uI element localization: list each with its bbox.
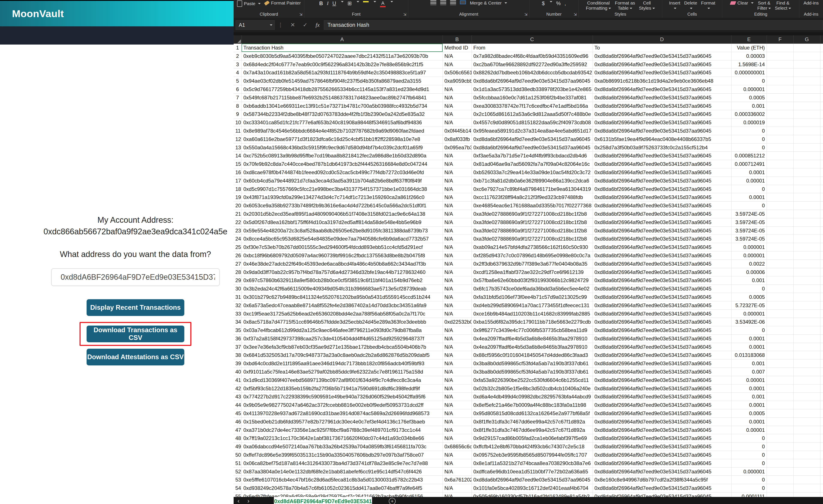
cell-F46[interactable] xyxy=(767,418,793,426)
row-number-14[interactable]: 14 xyxy=(233,152,241,160)
cell-H15[interactable] xyxy=(820,160,823,168)
cell-B35[interactable]: N/A xyxy=(443,326,472,334)
cell-E18[interactable]: 0 xyxy=(731,185,767,193)
cell-E35[interactable]: 0 xyxy=(731,326,767,334)
cell-C54[interactable]: 0x101fa0e5bca402893c16712def2401eaaf4b67… xyxy=(472,484,593,492)
cell-G54[interactable] xyxy=(793,484,820,492)
cell-B38[interactable]: N/A xyxy=(443,351,472,359)
cell-A9[interactable]: 0x587344b22334f2dbe8b48f732d0763783dde4f… xyxy=(241,110,443,118)
row-number-20[interactable]: 20 xyxy=(233,202,241,210)
cell-C52[interactable]: 0xdffca6e96db10eea1d511b0bf77e72b02a636a… xyxy=(472,467,593,476)
cell-E3[interactable]: 1.5698E-14 xyxy=(731,60,767,68)
cell-B1[interactable]: Method ID xyxy=(443,44,472,52)
cell-D46[interactable]: 0xd8da6bf26964af9d7eed9e03e53415d37aa960… xyxy=(593,418,731,426)
cell-D5[interactable]: 0xa0b86991c6218b36c1d19d4a2e9eb0ce3606eb… xyxy=(593,77,731,85)
cell-H31[interactable] xyxy=(820,293,823,301)
cell-E28[interactable]: 0.00006 xyxy=(731,268,767,276)
cell-D30[interactable]: 0xd8da6bf26964af9d7eed9e03e53415d37aa960… xyxy=(593,285,731,293)
cell-C24[interactable]: 0xa3fde027888690a9f1f272271008cd218bc1f2… xyxy=(472,235,593,243)
cell-D16[interactable]: 0xd8da6bf26964af9d7eed9e03e53415d37aa960… xyxy=(593,168,731,177)
cell-C50[interactable]: 0x095752eb3e9595fb8565d85079944fe05ffc17… xyxy=(472,451,593,459)
cell-H45[interactable] xyxy=(820,409,823,418)
cell-D15[interactable]: 0xd8da6bf26964af9d7eed9e03e53415d37aa960… xyxy=(593,160,731,168)
cell-A2[interactable]: 0xeb9c8030b5d9aa540395fbbe0507247022aaee… xyxy=(241,52,443,60)
cell-G18[interactable] xyxy=(793,185,820,193)
cell-C30[interactable]: 0x6fc17b35743ce0def6ada36bdd3a5b6ec5ee4e… xyxy=(472,285,593,293)
cell-G14[interactable] xyxy=(793,152,820,160)
cell-C41[interactable]: 0xfa53a9226390be2522cc530fd6604c6b1255cd… xyxy=(472,376,593,384)
cell-G16[interactable] xyxy=(793,168,820,177)
cell-E26[interactable]: 0.000001 xyxy=(731,251,767,260)
row-number-13[interactable]: 13 xyxy=(233,143,241,152)
cell-H30[interactable] xyxy=(820,285,823,293)
cell-B15[interactable]: N/A xyxy=(443,160,472,168)
row-number-54[interactable]: 54 xyxy=(233,484,241,492)
cell-B19[interactable]: N/A xyxy=(443,193,472,202)
row-number-37[interactable]: 37 xyxy=(233,343,241,351)
cell-E1[interactable]: Value (ETH) xyxy=(731,44,767,52)
cell-A28[interactable]: 0x9da0d3ff70ab22c957b7f4bd78a757d6a4d273… xyxy=(241,268,443,276)
tab-scroll-right-icon[interactable]: › xyxy=(243,497,253,504)
cell-C29[interactable]: 0x57fba6e62e60bbd03f2f931993066b12c98247… xyxy=(472,276,593,285)
cell-A33[interactable]: 0xc19f5eae31725a625b6ead2e65360208bdd4e2… xyxy=(241,309,443,318)
cell-E46[interactable]: 0.0001 xyxy=(731,418,767,426)
cell-H4[interactable] xyxy=(820,68,823,77)
cell-F14[interactable] xyxy=(767,152,793,160)
cell-B40[interactable]: N/A xyxy=(443,368,472,376)
cell-A47[interactable]: 0xa371b0dc27de4ec73356e1ac925f7f8bcf9a67… xyxy=(241,426,443,434)
cell-D21[interactable]: 0xd8da6bf26964af9d7eed9e03e53415d37aa960… xyxy=(593,210,731,218)
row-number-9[interactable]: 9 xyxy=(233,110,241,118)
cell-A42[interactable]: 0xf5bf93c5b122d1835eb159b2fa27f36b5b7194… xyxy=(241,384,443,393)
cell-F9[interactable] xyxy=(767,110,793,118)
cell-H26[interactable] xyxy=(820,251,823,260)
cell-F8[interactable] xyxy=(767,102,793,110)
cell-A10[interactable]: 0xc333401ca85d1fc21fc777e6af653b240c8190… xyxy=(241,118,443,127)
cell-F10[interactable] xyxy=(767,118,793,127)
cell-D10[interactable]: 0xd8da6bf26964af9d7eed9e03e53415d37aa960… xyxy=(593,118,731,127)
cell-C23[interactable]: 0xa3fde027888690a9f1f272271008cd218bc1f2… xyxy=(472,226,593,235)
row-number-34[interactable]: 34 xyxy=(233,318,241,326)
cell-F42[interactable] xyxy=(767,384,793,393)
cell-C21[interactable]: 0xa3fde027888690a9f1f272271008cd218bc1f2… xyxy=(472,210,593,218)
row-number-6[interactable]: 6 xyxy=(233,85,241,93)
cell-B39[interactable]: N/A xyxy=(443,359,472,368)
cell-H10[interactable] xyxy=(820,118,823,127)
cell-C17[interactable]: 0xb71c3fa81d2db0a6e362f89904e86a139cc2dc… xyxy=(472,177,593,185)
cell-A43[interactable]: 0x774227b2d917c22938399c5909591e49be940a… xyxy=(241,393,443,401)
cell-H51[interactable] xyxy=(820,459,823,467)
cell-H54[interactable] xyxy=(820,484,823,492)
cell-E7[interactable]: 0.0005 xyxy=(731,93,767,102)
cell-D53[interactable]: 0x8e160c8e949967d6b797cdf2a2f38f6344a5c9… xyxy=(593,476,731,484)
cell-G55[interactable] xyxy=(793,492,820,497)
cell-A7[interactable]: 0x549fc687b217115bbe87fe6932b25148637831… xyxy=(241,93,443,102)
column-header-D[interactable]: D xyxy=(593,35,731,44)
cell-B30[interactable]: N/A xyxy=(443,285,472,293)
address-input[interactable] xyxy=(51,268,220,286)
cell-C49[interactable]: 0xffcfb412e8bf670bbd424f93cb6c74307c2e5c… xyxy=(472,443,593,451)
cell-D27[interactable]: 0xd8da6bf26964af9d7eed9e03e53415d37aa960… xyxy=(593,260,731,268)
cell-H23[interactable] xyxy=(820,226,823,235)
cell-F21[interactable] xyxy=(767,210,793,218)
cell-G3[interactable] xyxy=(793,60,820,68)
row-number-25[interactable]: 25 xyxy=(233,243,241,251)
row-number-7[interactable]: 7 xyxy=(233,93,241,102)
cell-C39[interactable]: 0x3ba8b0dd599865cf53fd4a5ab7a190b3f337db… xyxy=(472,359,593,368)
cell-G1[interactable] xyxy=(793,44,820,52)
cell-H47[interactable] xyxy=(820,426,823,434)
cell-F53[interactable] xyxy=(767,476,793,484)
cell-C22[interactable]: 0xa3fde027888690a9f1f272271008cd218bc1f2… xyxy=(472,218,593,226)
cell-B17[interactable]: N/A xyxy=(443,177,472,185)
cell-F4[interactable] xyxy=(767,68,793,77)
cell-B3[interactable]: N/A xyxy=(443,60,472,68)
percent-format-button[interactable]: % xyxy=(556,0,561,6)
cell-H28[interactable] xyxy=(820,268,823,276)
cell-D24[interactable]: 0xd8da6bf26964af9d7eed9e03e53415d37aa960… xyxy=(593,235,731,243)
row-number-50[interactable]: 50 xyxy=(233,451,241,459)
cell-G21[interactable] xyxy=(793,210,820,218)
cell-H13[interactable] xyxy=(820,143,823,152)
cell-A45[interactable]: 0x4113970228e937ad672a81690cd31bae3914d0… xyxy=(241,409,443,418)
cell-H27[interactable] xyxy=(820,260,823,268)
cell-F31[interactable] xyxy=(767,293,793,301)
cell-H40[interactable] xyxy=(820,368,823,376)
conditional-formatting-button[interactable]: Conditional Formatting xyxy=(586,0,611,11)
